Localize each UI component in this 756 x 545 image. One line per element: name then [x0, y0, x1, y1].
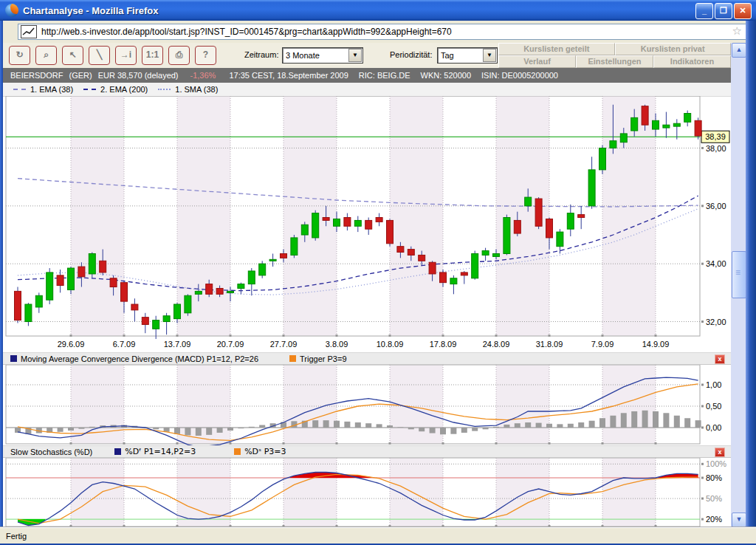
tool-help-button[interactable]: ? — [195, 46, 216, 65]
x-axis-date-label: 14.9.09 — [642, 340, 670, 349]
macd-trigger-label: Trigger P3=9 — [300, 354, 347, 363]
x-axis-date-label: 20.7.09 — [217, 340, 244, 349]
candle-body — [121, 283, 128, 301]
macd-histogram-bar — [653, 411, 659, 428]
macd-histogram-bar — [89, 427, 95, 428]
dropdown-arrow-icon[interactable]: ▼ — [348, 49, 362, 62]
week-band — [496, 458, 549, 527]
candle-body — [78, 267, 85, 277]
week-band — [496, 365, 549, 444]
stochastic-panel-header: Slow Stochastics (%D) %Dᶠ P1=14,P2=3 %Dˢ… — [3, 445, 731, 458]
scrollbar-thumb[interactable] — [732, 251, 746, 298]
candle-body — [493, 253, 500, 256]
panel-button-kurslisten-geteilt[interactable]: Kurslisten geteilt — [498, 43, 615, 55]
trigger-legend-swatch — [289, 355, 296, 362]
macd-histogram-bar — [259, 425, 265, 428]
legend-swatch — [13, 89, 26, 90]
panel-button-verlauf[interactable]: Verlauf — [498, 55, 576, 68]
stochastic-panel: 100%80%50%20% — [6, 458, 726, 527]
macd-close-icon[interactable]: x — [715, 354, 725, 364]
tool-print-button[interactable]: ⎙ — [168, 46, 190, 65]
candle-body — [673, 123, 680, 126]
address-bar[interactable]: http://web.s-investor.de/app/tool/start.… — [18, 24, 747, 40]
y-axis-label: 36,00 — [706, 202, 726, 210]
x-axis-date-label: 17.8.09 — [430, 340, 457, 349]
candle-body — [461, 272, 467, 275]
y-axis-label: 20% — [706, 515, 722, 524]
y-axis-label: 38,00 — [706, 144, 726, 153]
candle-body — [365, 220, 372, 229]
tool-one-to-one-button[interactable]: 1:1 — [142, 46, 163, 65]
instrument-wkn: WKN: 520000 — [421, 71, 471, 80]
x-axis-date-label: 27.7.09 — [270, 340, 298, 349]
macd-histogram-bar — [387, 425, 393, 428]
stochastic-title: Slow Stochastics (%D) — [10, 448, 92, 456]
scroll-down-icon[interactable]: ▼ — [732, 513, 746, 527]
candle-body — [610, 141, 616, 148]
candle-body — [185, 295, 191, 313]
browser-window: Chartanalyse - Mozilla Firefox _ ❒ ✕ htt… — [0, 0, 756, 545]
candle-body — [482, 251, 489, 256]
candle-body — [354, 220, 361, 226]
panel-button-indikatoren[interactable]: Indikatoren — [653, 55, 731, 68]
candle-body — [684, 114, 691, 123]
candle-body — [206, 284, 213, 295]
dropdown-arrow-icon[interactable]: ▼ — [483, 49, 496, 62]
macd-histogram-bar — [238, 428, 244, 428]
periodizitaet-label: Periodizität: — [390, 50, 432, 59]
tool-zoom-button[interactable]: ⌕ — [35, 46, 57, 65]
macd-histogram-bar — [312, 420, 318, 428]
candle-body — [323, 218, 329, 221]
axis-tick — [701, 477, 704, 479]
periodizitaet-select[interactable]: Tag ▼ — [437, 47, 498, 64]
y-axis-label: 1,00 — [706, 380, 721, 389]
tool-refresh-button[interactable]: ↻ — [9, 46, 30, 65]
candle-body — [195, 291, 202, 294]
macd-histogram-bar — [642, 411, 648, 428]
candle-body — [142, 318, 148, 325]
panel-button-kurslisten-privat[interactable]: Kurslisten privat — [615, 43, 732, 55]
y-axis-label: 100% — [706, 459, 726, 468]
candle-body — [110, 278, 117, 287]
week-band — [602, 458, 656, 527]
bookmark-star-icon[interactable]: ☆ — [732, 24, 742, 38]
close-button[interactable]: ✕ — [734, 3, 752, 19]
macd-histogram-bar — [68, 428, 74, 431]
last-price-label: 38,39 — [705, 132, 726, 141]
vertical-scrollbar[interactable]: ▲ ▼ — [731, 43, 746, 527]
macd-histogram-bar — [610, 416, 616, 428]
x-axis-date-label: 6.7.09 — [113, 340, 136, 349]
candle-body — [163, 316, 170, 322]
stochastic-close-icon[interactable]: x — [715, 448, 725, 457]
panel-button-einstellungen[interactable]: Einstellungen — [576, 55, 653, 68]
axis-tick — [701, 263, 704, 265]
candle-body — [301, 224, 308, 235]
candle-body — [312, 213, 319, 238]
favicon-chart-icon — [21, 25, 37, 38]
candle-body — [578, 215, 585, 218]
url-text: http://web.s-investor.de/app/tool/start.… — [41, 27, 452, 37]
macd-histogram-bar — [589, 421, 595, 428]
macd-histogram-bar — [504, 425, 509, 428]
macd-histogram-bar — [227, 428, 233, 431]
candle-body — [15, 291, 21, 320]
maximize-button[interactable]: ❒ — [715, 3, 732, 19]
instrument-change: -1,36% — [190, 71, 216, 80]
candle-body — [535, 199, 542, 226]
candle-body — [631, 117, 638, 131]
quote-timestamp: 17:35 CEST, 18.September 2009 — [229, 71, 348, 80]
x-axis-date-label: 13.7.09 — [164, 340, 191, 349]
macd-legend-swatch — [10, 355, 17, 362]
minimize-button[interactable]: _ — [695, 3, 713, 19]
macd-histogram-bar — [419, 428, 425, 431]
firefox-icon — [5, 4, 18, 17]
tool-info-button[interactable]: →i — [115, 46, 137, 65]
macd-panel-header: Moving Average Convergence Divergence (M… — [3, 352, 731, 365]
candle-body — [514, 220, 520, 233]
scroll-up-icon[interactable]: ▲ — [732, 43, 746, 58]
candle-body — [440, 272, 447, 283]
tool-trendline-button[interactable]: ╲ — [89, 46, 110, 65]
zeitraum-select[interactable]: 3 Monate ▼ — [282, 47, 363, 64]
tool-pointer-button[interactable]: ↖ — [62, 46, 83, 65]
macd-histogram-bar — [397, 427, 403, 428]
